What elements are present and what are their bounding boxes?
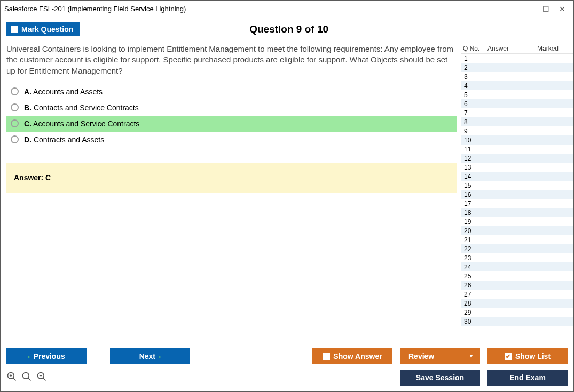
question-list-row[interactable]: 2: [461, 63, 573, 72]
row-qno: 10: [464, 137, 485, 144]
option-C[interactable]: C. Accounts and Service Contracts: [6, 116, 457, 132]
question-list-row[interactable]: 7: [461, 108, 573, 117]
row-qno: 28: [464, 300, 485, 307]
show-answer-button[interactable]: Show Answer: [312, 348, 392, 364]
question-list-row[interactable]: 19: [461, 217, 573, 226]
svg-line-1: [13, 378, 16, 380]
question-list-row[interactable]: 30: [461, 317, 573, 326]
question-list-row[interactable]: 29: [461, 308, 573, 317]
window-title: Salesforce FSL-201 (Implementing Field S…: [4, 5, 525, 13]
question-list-row[interactable]: 11: [461, 145, 573, 154]
question-list-row[interactable]: 25: [461, 271, 573, 281]
question-list-row[interactable]: 28: [461, 299, 573, 308]
question-list-row[interactable]: 13: [461, 163, 573, 172]
save-session-label: Save Session: [416, 373, 464, 382]
question-list-row[interactable]: 6: [461, 99, 573, 108]
row-qno: 19: [464, 218, 485, 226]
question-list-row[interactable]: 10: [461, 135, 573, 145]
answer-box: Answer: C: [6, 163, 457, 193]
row-qno: 18: [464, 209, 485, 217]
zoom-out-icon[interactable]: [36, 371, 47, 385]
chevron-right-icon: ›: [159, 353, 161, 361]
row-qno: 13: [464, 164, 485, 171]
question-text: Universal Containers is looking to imple…: [6, 44, 457, 76]
row-qno: 5: [464, 91, 485, 99]
show-answer-label: Show Answer: [333, 352, 382, 361]
zoom-in-icon[interactable]: [6, 371, 17, 385]
row-qno: 15: [464, 182, 485, 189]
question-list-row[interactable]: 14: [461, 172, 573, 181]
question-list-row[interactable]: 20: [461, 226, 573, 235]
question-list-row[interactable]: 9: [461, 126, 573, 135]
row-qno: 3: [464, 73, 485, 81]
question-list-row[interactable]: 4: [461, 81, 573, 90]
answer-label: Answer: C: [14, 173, 51, 182]
question-list-row[interactable]: 27: [461, 290, 573, 299]
row-qno: 23: [464, 254, 485, 262]
option-label: A. Accounts and Assets: [24, 87, 103, 96]
save-session-button[interactable]: Save Session: [400, 370, 480, 386]
row-qno: 7: [464, 109, 485, 117]
col-answer: Answer: [487, 45, 525, 52]
svg-line-5: [28, 378, 31, 380]
row-qno: 16: [464, 191, 485, 198]
radio-icon: [11, 135, 19, 143]
option-label: B. Contacts and Service Contracts: [24, 103, 139, 112]
question-list-panel: Q No. Answer Marked 12345678910111213141…: [461, 44, 573, 342]
chevron-left-icon: ‹: [28, 353, 30, 361]
next-button[interactable]: Next ›: [110, 348, 190, 364]
question-list[interactable]: 1234567891011121314151617181920212223242…: [461, 53, 573, 342]
col-marked: Marked: [525, 45, 571, 52]
question-list-row[interactable]: 26: [461, 281, 573, 290]
row-qno: 6: [464, 100, 485, 108]
radio-icon: [11, 103, 19, 111]
question-list-row[interactable]: 12: [461, 154, 573, 163]
question-list-row[interactable]: 22: [461, 244, 573, 253]
question-list-row[interactable]: 1: [461, 54, 573, 63]
minimize-icon[interactable]: —: [525, 5, 533, 13]
titlebar: Salesforce FSL-201 (Implementing Field S…: [1, 1, 573, 17]
row-qno: 1: [464, 55, 485, 62]
footer-row-2: Save Session End Exam: [6, 370, 568, 386]
option-B[interactable]: B. Contacts and Service Contracts: [6, 100, 457, 116]
option-A[interactable]: A. Accounts and Assets: [6, 84, 457, 100]
footer-row-1: ‹ Previous Next › Show Answer Review ▼ ✔…: [6, 348, 568, 364]
question-list-row[interactable]: 17: [461, 199, 573, 208]
show-list-label: Show List: [515, 352, 551, 361]
row-qno: 9: [464, 127, 485, 135]
close-icon[interactable]: ✕: [559, 5, 565, 13]
question-list-row[interactable]: 8: [461, 117, 573, 126]
app-window: Salesforce FSL-201 (Implementing Field S…: [0, 0, 574, 392]
row-qno: 12: [464, 155, 485, 162]
window-controls: — ☐ ✕: [525, 5, 570, 13]
question-list-row[interactable]: 3: [461, 72, 573, 81]
row-qno: 11: [464, 146, 485, 153]
option-D[interactable]: D. Contracts and Assets: [6, 132, 457, 148]
question-list-row[interactable]: 18: [461, 208, 573, 217]
header: Mark Question Question 9 of 10: [1, 17, 573, 44]
col-qno: Q No.: [463, 45, 487, 52]
zoom-icon[interactable]: [21, 371, 32, 385]
show-list-button[interactable]: ✔ Show List: [487, 348, 568, 364]
row-qno: 17: [464, 200, 485, 207]
row-qno: 8: [464, 118, 485, 126]
question-list-row[interactable]: 24: [461, 262, 573, 271]
question-list-row[interactable]: 23: [461, 253, 573, 262]
row-qno: 30: [464, 318, 485, 325]
maximize-icon[interactable]: ☐: [542, 5, 549, 13]
radio-icon: [11, 119, 19, 127]
question-list-row[interactable]: 16: [461, 190, 573, 199]
row-qno: 29: [464, 309, 485, 316]
option-label: D. Contracts and Assets: [24, 135, 104, 144]
end-exam-button[interactable]: End Exam: [487, 370, 568, 386]
review-button[interactable]: Review ▼: [400, 348, 480, 364]
previous-button[interactable]: ‹ Previous: [6, 348, 87, 364]
radio-icon: [11, 87, 19, 95]
end-exam-label: End Exam: [509, 373, 546, 382]
review-label: Review: [408, 352, 434, 361]
row-qno: 27: [464, 291, 485, 298]
question-list-row[interactable]: 5: [461, 90, 573, 99]
question-list-row[interactable]: 15: [461, 181, 573, 190]
question-list-row[interactable]: 21: [461, 235, 573, 244]
next-label: Next: [139, 352, 155, 361]
